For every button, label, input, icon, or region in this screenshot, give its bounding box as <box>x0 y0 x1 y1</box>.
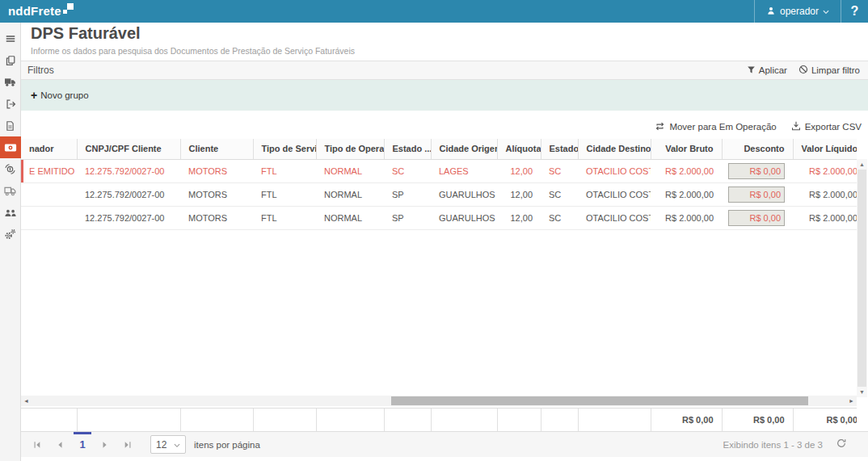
table-cell: SC <box>384 159 431 182</box>
totals-cell <box>316 409 384 431</box>
next-page-button[interactable] <box>94 432 116 458</box>
sidebar-item-copy[interactable] <box>0 49 21 71</box>
vertical-scroll-thumb[interactable] <box>857 170 866 387</box>
table-cell: FTL <box>253 206 316 229</box>
table-cell: GUARULHOS <box>431 182 497 206</box>
pager-controls: 1 12 itens por página <box>26 432 260 458</box>
table-cell: 12.275.792/0027-00 <box>77 182 180 206</box>
download-tray-icon <box>791 121 801 132</box>
scroll-left-arrow[interactable]: ◄ <box>21 396 32 406</box>
table-cell: NORMAL <box>316 159 384 182</box>
user-label: operador <box>780 6 819 17</box>
sidebar-item-document[interactable] <box>0 115 21 136</box>
column-header-11[interactable]: Desconto <box>722 139 793 159</box>
table-cell: 12,00 <box>497 159 541 182</box>
sidebar-item-signout[interactable] <box>0 93 21 115</box>
table-row[interactable]: E EMITIDO EM A..12.275.792/0027-00MOTORS… <box>21 159 857 182</box>
table-cell <box>722 182 793 206</box>
grid-totals-row: R$ 0,00R$ 0,00R$ 0,00 <box>21 408 857 432</box>
column-header-7[interactable]: Alíquota (%) <box>497 139 541 159</box>
column-header-0[interactable]: nador <box>21 139 77 159</box>
user-menu[interactable]: operador <box>754 0 841 23</box>
hamburger-menu-icon <box>5 33 16 44</box>
copy-documents-icon <box>5 55 16 66</box>
table-cell: GUARULHOS <box>431 206 497 229</box>
column-header-1[interactable]: CNPJ/CPF Cliente <box>77 139 180 159</box>
last-page-icon <box>124 438 132 452</box>
pager-bar: 1 12 itens por página Exibindo itens 1 -… <box>21 431 868 457</box>
new-group-label: Novo grupo <box>40 90 88 100</box>
table-cell: NORMAL <box>316 182 384 206</box>
sidebar-item-settings[interactable] <box>0 224 21 245</box>
desconto-input[interactable] <box>728 210 785 226</box>
table-row[interactable]: 12.275.792/0027-00MOTORSFTLNORMALSPGUARU… <box>21 206 857 229</box>
sidebar-item-currency[interactable] <box>0 158 21 180</box>
totals-cell <box>431 409 497 431</box>
totals-cell <box>180 409 253 431</box>
desconto-input[interactable] <box>728 163 785 179</box>
table-cell: MOTORS <box>180 206 253 229</box>
pager-status-area: Exibindo itens 1 - 3 de 3 <box>723 438 847 452</box>
scroll-down-arrow[interactable]: ▼ <box>857 387 867 397</box>
move-to-operation-button[interactable]: Mover para Em Operação <box>655 122 776 132</box>
column-header-9[interactable]: Cidade Destino <box>578 139 651 159</box>
column-header-8[interactable]: Estado ... <box>541 139 578 159</box>
current-page-number: 1 <box>79 438 85 451</box>
data-grid: nadorCNPJ/CPF ClienteClienteTipo de Serv… <box>21 139 857 230</box>
truck-delivery-icon <box>4 186 16 196</box>
export-csv-button[interactable]: Exportar CSV <box>791 121 862 132</box>
table-cell: FTL <box>253 182 316 206</box>
sidebar-item-truck[interactable] <box>0 71 21 93</box>
table-cell: R$ 2.000,00 <box>793 206 857 229</box>
table-cell: SC <box>541 182 578 206</box>
app-window: nddFrete operador ? <box>0 0 868 461</box>
filters-panel-body: + Novo grupo <box>21 80 868 111</box>
column-header-4[interactable]: Tipo de Operação <box>316 139 384 159</box>
column-header-12[interactable]: Valor Líquido <box>793 139 857 159</box>
scroll-right-arrow[interactable]: ► <box>846 396 857 406</box>
next-page-icon <box>101 438 109 452</box>
last-page-button[interactable] <box>116 432 139 458</box>
sidebar-item-users[interactable] <box>0 202 21 224</box>
column-header-2[interactable]: Cliente <box>180 139 253 159</box>
table-cell: 12,00 <box>497 182 541 206</box>
apply-filter-label: Aplicar <box>759 65 787 75</box>
items-per-page-label: itens por página <box>194 440 260 450</box>
first-page-button[interactable] <box>26 432 48 458</box>
sidebar-item-delivery[interactable] <box>0 180 21 202</box>
refresh-button[interactable] <box>836 438 847 452</box>
column-header-10[interactable]: Valor Bruto <box>651 139 722 159</box>
column-header-3[interactable]: Tipo de Serviço <box>253 139 316 159</box>
move-to-operation-label: Mover para Em Operação <box>669 122 776 132</box>
page-size-select[interactable]: 12 <box>150 435 186 454</box>
sidebar-item-dps-faturavel[interactable] <box>0 136 21 158</box>
table-cell: SP <box>384 182 431 206</box>
column-header-5[interactable]: Estado ... <box>384 139 431 159</box>
totals-cell <box>541 409 578 431</box>
table-cell: SC <box>541 206 578 229</box>
totals-cell <box>578 409 651 431</box>
filters-actions: Aplicar Limpar filtro <box>747 65 860 76</box>
desconto-input[interactable] <box>728 186 785 203</box>
totals-cell <box>384 409 431 431</box>
app-logo[interactable]: nddFrete <box>8 2 74 21</box>
prev-page-button[interactable] <box>48 432 71 458</box>
table-cell: R$ 2.000,00 <box>651 206 722 229</box>
help-button[interactable]: ? <box>841 0 868 23</box>
clear-filter-button[interactable]: Limpar filtro <box>798 65 860 76</box>
horizontal-scroll-thumb[interactable] <box>391 396 808 405</box>
new-group-button[interactable]: + Novo grupo <box>31 90 89 100</box>
column-header-6[interactable]: Cidade Origem <box>431 139 497 159</box>
apply-filter-button[interactable]: Aplicar <box>747 65 787 76</box>
totals-table: R$ 0,00R$ 0,00R$ 0,00 <box>21 409 857 431</box>
first-page-icon <box>33 438 41 452</box>
horizontal-scrollbar[interactable]: ◄ ► <box>21 396 857 406</box>
table-cell: LAGES <box>431 159 497 182</box>
scroll-up-arrow[interactable]: ▲ <box>857 159 867 170</box>
table-row[interactable]: 12.275.792/0027-00MOTORSFTLNORMALSPGUARU… <box>21 182 857 206</box>
totals-cell: R$ 0,00 <box>722 409 793 431</box>
chevron-down-icon <box>823 6 829 17</box>
sidebar-menu-toggle[interactable] <box>0 27 21 49</box>
page-number-button[interactable]: 1 <box>71 432 94 458</box>
vertical-scrollbar[interactable]: ▲ ▼ <box>857 159 867 397</box>
